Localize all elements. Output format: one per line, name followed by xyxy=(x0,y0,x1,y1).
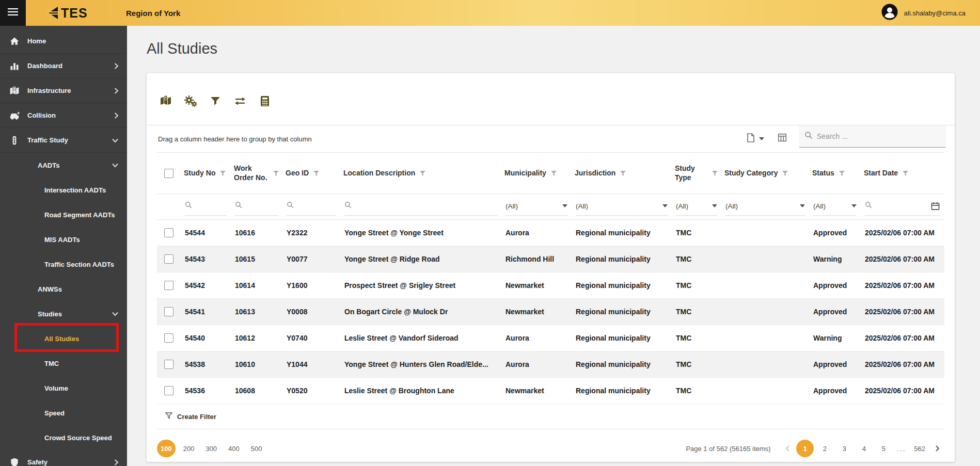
filter-select-municipality[interactable]: (All) xyxy=(505,198,567,216)
sidebar-item-tmc[interactable]: TMC xyxy=(0,351,127,376)
cell-work-order: 10614 xyxy=(231,272,282,299)
header-filter-icon[interactable] xyxy=(219,170,226,176)
header-filter-icon[interactable] xyxy=(782,170,788,176)
column-chooser-button[interactable] xyxy=(774,132,790,146)
header-filter-icon[interactable] xyxy=(273,170,279,176)
table-row[interactable]: 5454310615Y0077Yonge Street @ Ridge Road… xyxy=(157,246,944,272)
column-header-start-date[interactable]: Start Date xyxy=(861,153,944,194)
filter-select-jurisdiction[interactable]: (All) xyxy=(576,198,668,216)
sidebar-item-aadts[interactable]: AADTs xyxy=(0,153,127,178)
create-filter-button[interactable]: Create Filter xyxy=(157,404,944,429)
funnel-icon xyxy=(209,95,222,109)
sidebar-item-intersection-aadts[interactable]: Intersection AADTs xyxy=(0,178,127,202)
sidebar-item-studies[interactable]: Studies xyxy=(0,301,127,326)
row-checkbox[interactable] xyxy=(164,281,173,290)
map-button[interactable] xyxy=(158,94,173,110)
column-header-work-order-no[interactable]: Work Order No. xyxy=(231,153,282,194)
sidebar-item-infrastructure[interactable]: Infrastructure xyxy=(0,78,127,103)
calculator-button[interactable] xyxy=(257,94,273,110)
user-email[interactable]: ali.shalaby@cima.ca xyxy=(904,9,966,17)
search-icon xyxy=(865,201,872,211)
column-header-jurisdiction[interactable]: Jurisdiction xyxy=(572,153,672,194)
table-row[interactable]: 5453610608Y0520Leslie Street @ Broughton… xyxy=(157,378,944,404)
table-row[interactable]: 5454410616Y2322Yonge Street @ Yonge Stre… xyxy=(157,220,944,246)
page-2[interactable]: 2 xyxy=(816,440,833,457)
table-row[interactable]: 5453810610Y1044Yonge Street @ Hunters Gl… xyxy=(157,351,944,378)
cell-category xyxy=(721,351,809,378)
page-562[interactable]: 562 xyxy=(910,440,929,457)
filter-input-geo-id[interactable] xyxy=(297,202,336,210)
row-checkbox[interactable] xyxy=(164,228,173,237)
filter-input-start-date[interactable] xyxy=(876,202,927,210)
header-filter-icon[interactable] xyxy=(419,170,426,176)
user-avatar[interactable] xyxy=(881,3,898,23)
row-select-cell xyxy=(157,246,181,272)
column-header-study-type[interactable]: Study Type xyxy=(672,153,721,194)
header-filter-icon[interactable] xyxy=(712,170,718,176)
header-filter-icon[interactable] xyxy=(313,170,320,176)
page-4[interactable]: 4 xyxy=(855,440,873,457)
settings-button[interactable] xyxy=(183,94,198,110)
filter-input-location-description[interactable] xyxy=(355,202,497,210)
sidebar-item-mis-aadts[interactable]: MIS AADTs xyxy=(0,227,127,252)
cell-start-date: 2025/02/06 07:00 AM xyxy=(861,351,944,378)
prev-page-button[interactable] xyxy=(781,445,794,452)
row-checkbox[interactable] xyxy=(164,386,173,395)
sidebar-item-road-segment-aadts[interactable]: Road Segment AADTs xyxy=(0,202,127,227)
page-5[interactable]: 5 xyxy=(875,440,892,457)
filter-select-study-type[interactable]: (All) xyxy=(676,198,717,216)
menu-button[interactable] xyxy=(0,0,26,26)
header-filter-icon[interactable] xyxy=(620,170,626,176)
search-input[interactable] xyxy=(817,132,941,140)
page-list: 12345...562 xyxy=(796,440,929,457)
calendar-icon[interactable] xyxy=(930,201,940,211)
sidebar-item-crowd-source-speed[interactable]: Crowd Source Speed xyxy=(0,425,127,450)
column-header-location-description[interactable]: Location Description xyxy=(340,153,501,194)
page-1[interactable]: 1 xyxy=(796,440,814,457)
filter-button[interactable] xyxy=(208,94,223,110)
select-all-checkbox[interactable] xyxy=(164,169,173,178)
chevron-right-icon xyxy=(114,87,119,94)
row-checkbox[interactable] xyxy=(164,307,173,316)
row-checkbox[interactable] xyxy=(164,333,173,343)
row-checkbox[interactable] xyxy=(164,254,173,264)
filter-input-study-no[interactable] xyxy=(196,202,227,210)
column-header-study-no[interactable]: Study No xyxy=(181,153,231,194)
sidebar-item-safety[interactable]: Safety xyxy=(0,450,127,466)
filter-select-status[interactable]: (All) xyxy=(813,198,857,216)
sidebar-item-all-studies[interactable]: All Studies xyxy=(0,326,127,351)
dashboard-icon xyxy=(8,61,21,71)
cell-study-no: 54538 xyxy=(181,351,231,378)
column-header-study-category[interactable]: Study Category xyxy=(721,153,809,194)
cell-municipality: Aurora xyxy=(501,351,572,378)
sidebar-item-traffic-study[interactable]: Traffic Study xyxy=(0,128,127,153)
column-header-status[interactable]: Status xyxy=(809,153,861,194)
filter-select-study-category[interactable]: (All) xyxy=(725,198,805,216)
table-row[interactable]: 5454210614Y1600Prospect Street @ Srigley… xyxy=(157,272,944,299)
table-row[interactable]: 5454110613Y0008On Bogart Circle @ Mulock… xyxy=(157,299,944,325)
page-size-100[interactable]: 100 xyxy=(157,440,176,457)
next-page-button[interactable] xyxy=(931,445,944,452)
column-header-municipality[interactable]: Municipality xyxy=(501,153,572,194)
column-header-geo-id[interactable]: Geo ID xyxy=(282,153,340,194)
page-size-400[interactable]: 400 xyxy=(225,440,243,457)
export-button[interactable] xyxy=(743,132,766,146)
header-filter-icon[interactable] xyxy=(839,170,845,176)
sidebar-item-volume[interactable]: Volume xyxy=(0,376,127,400)
sidebar-item-collision[interactable]: Collision xyxy=(0,103,127,128)
filter-input-work-order-no[interactable] xyxy=(246,202,278,210)
page-size-300[interactable]: 300 xyxy=(202,440,220,457)
page-3[interactable]: 3 xyxy=(835,440,853,457)
header-filter-icon[interactable] xyxy=(550,170,557,176)
page-size-200[interactable]: 200 xyxy=(180,440,198,457)
page-size-500[interactable]: 500 xyxy=(247,440,266,457)
row-checkbox[interactable] xyxy=(164,360,173,369)
sidebar-item-traffic-section-aadts[interactable]: Traffic Section AADTs xyxy=(0,252,127,277)
table-row[interactable]: 5454010612Y0740Leslie Street @ Vandorf S… xyxy=(157,325,944,351)
sidebar-item-dashboard[interactable]: Dashboard xyxy=(0,54,127,78)
refresh-button[interactable] xyxy=(232,94,248,110)
sidebar-item-speed[interactable]: Speed xyxy=(0,400,127,425)
sidebar-item-home[interactable]: Home xyxy=(0,29,127,54)
header-filter-icon[interactable] xyxy=(902,170,909,176)
sidebar-item-anwss[interactable]: ANWSs xyxy=(0,277,127,301)
